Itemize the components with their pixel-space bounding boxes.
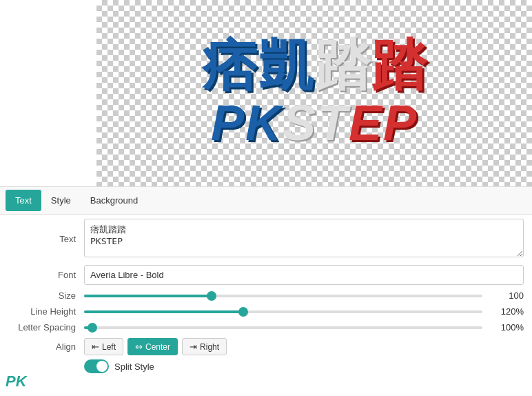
cjk-char-3: 踏 bbox=[315, 35, 370, 96]
tab-background[interactable]: Background bbox=[81, 190, 147, 211]
letterspacing-slider-container: 100% bbox=[84, 322, 524, 333]
lineheight-slider-container: 120% bbox=[84, 306, 524, 317]
cjk-char-1: 痞 bbox=[202, 35, 257, 96]
letterspacing-value: 100% bbox=[489, 322, 524, 333]
align-label: Align bbox=[8, 341, 84, 352]
align-center-button[interactable]: ⇔ Center bbox=[127, 338, 178, 355]
align-left-label: Left bbox=[102, 342, 116, 352]
preview-text: 痞 凱 踏 踏 PKSTEP bbox=[202, 35, 427, 150]
font-control bbox=[84, 265, 524, 285]
size-slider-container: 100 bbox=[84, 290, 524, 301]
split-style-toggle[interactable] bbox=[84, 359, 109, 373]
preview-latin-line: PKSTEP bbox=[202, 96, 427, 150]
font-row: Font bbox=[8, 265, 524, 285]
preview-cjk-line: 痞 凱 踏 踏 bbox=[202, 35, 427, 96]
size-label: Size bbox=[8, 290, 84, 301]
size-value: 100 bbox=[489, 290, 524, 301]
form-area: Text 痞凱踏踏 PKSTEP Font Size 100 bbox=[0, 215, 532, 383]
align-right-button[interactable]: ⇥ Right bbox=[182, 338, 227, 355]
size-slider-fill bbox=[84, 295, 212, 297]
preview-st: ST bbox=[283, 95, 349, 150]
lineheight-value: 120% bbox=[489, 306, 524, 317]
split-style-control: Split Style bbox=[84, 359, 524, 373]
lineheight-label: Line Height bbox=[8, 306, 84, 317]
align-left-button[interactable]: ⇤ Left bbox=[84, 338, 123, 355]
cjk-char-2: 凱 bbox=[258, 35, 314, 96]
bottom-panel: Text Style Background Text 痞凱踏踏 PKSTEP F… bbox=[0, 186, 532, 396]
letterspacing-slider-track[interactable] bbox=[84, 326, 482, 329]
size-slider-track[interactable] bbox=[84, 295, 482, 297]
align-center-label: Center bbox=[145, 342, 170, 352]
align-row: Align ⇤ Left ⇔ Center ⇥ Right bbox=[8, 338, 524, 355]
pk-logo: PK bbox=[6, 373, 27, 390]
align-control: ⇤ Left ⇔ Center ⇥ Right bbox=[84, 338, 524, 355]
tab-style[interactable]: Style bbox=[41, 190, 81, 211]
preview-area: 痞 凱 踏 踏 PKSTEP bbox=[0, 0, 532, 186]
font-label: Font bbox=[8, 270, 84, 280]
tab-bar: Text Style Background bbox=[0, 187, 532, 215]
letterspacing-label: Letter Spacing bbox=[8, 322, 84, 333]
preview-pk: PK bbox=[211, 95, 283, 150]
lineheight-slider-fill bbox=[84, 310, 243, 313]
text-control: 痞凱踏踏 PKSTEP bbox=[84, 219, 524, 259]
lineheight-row: Line Height 120% bbox=[8, 306, 524, 317]
lineheight-slider-thumb[interactable] bbox=[238, 307, 248, 317]
cjk-char-4: 踏 bbox=[371, 35, 427, 96]
font-input[interactable] bbox=[84, 265, 524, 285]
align-center-icon: ⇔ bbox=[135, 341, 143, 352]
split-style-label: Split Style bbox=[114, 362, 154, 372]
split-style-row: Split Style bbox=[8, 359, 524, 373]
size-row: Size 100 bbox=[8, 290, 524, 301]
align-right-icon: ⇥ bbox=[190, 341, 197, 352]
text-textarea[interactable]: 痞凱踏踏 PKSTEP bbox=[84, 219, 524, 257]
align-right-label: Right bbox=[200, 342, 219, 352]
align-left-icon: ⇤ bbox=[92, 341, 99, 352]
letterspacing-row: Letter Spacing 100% bbox=[8, 322, 524, 333]
lineheight-slider-track[interactable] bbox=[84, 310, 482, 313]
toggle-row: Split Style bbox=[84, 359, 524, 373]
letterspacing-slider-thumb[interactable] bbox=[88, 323, 97, 333]
size-slider-thumb[interactable] bbox=[207, 291, 216, 301]
text-row: Text 痞凱踏踏 PKSTEP bbox=[8, 219, 524, 259]
text-label: Text bbox=[8, 234, 84, 244]
tab-text[interactable]: Text bbox=[6, 190, 41, 211]
align-buttons: ⇤ Left ⇔ Center ⇥ Right bbox=[84, 338, 524, 355]
preview-ep: EP bbox=[349, 95, 418, 150]
